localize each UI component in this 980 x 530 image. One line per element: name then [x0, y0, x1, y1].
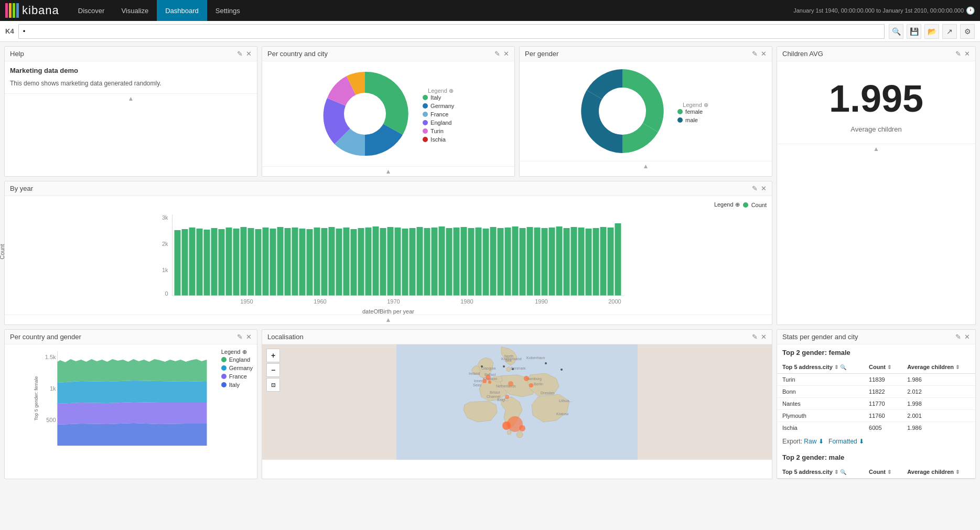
map-bubble-1	[482, 379, 487, 383]
bar-1985	[505, 228, 511, 296]
stats-col-avg[interactable]: Average children ⇕	[902, 361, 975, 374]
pcg-legend-germany: Germany	[221, 365, 253, 371]
bar-1974	[424, 228, 430, 296]
map-bubble-2	[488, 381, 491, 384]
by-year-legend-text: Legend ⊕	[714, 201, 740, 208]
bar-1947	[226, 228, 232, 296]
map-reset[interactable]: ⊡	[266, 378, 280, 392]
stats-edit-icon[interactable]: ✎	[955, 333, 961, 341]
bar-1952	[263, 228, 269, 296]
export-raw-label: Raw	[804, 438, 816, 445]
pcg-close-icon[interactable]: ✕	[246, 333, 252, 341]
children-close-icon[interactable]: ✕	[964, 50, 970, 58]
stats-male-col-avg[interactable]: Average children ⇕	[902, 466, 975, 479]
help-collapse[interactable]: ▲	[5, 93, 257, 103]
children-edit-icon[interactable]: ✎	[955, 50, 961, 58]
gender-donut-container: Legend ⊕ female male	[520, 61, 772, 161]
share-button[interactable]: ↗	[942, 24, 957, 39]
per-country-gender-panel: Per country and gender ✎ ✕ Legend ⊕ Engl…	[4, 329, 257, 479]
per-country-gender-title: Per country and gender	[10, 333, 81, 341]
stats-col-city[interactable]: Top 5 address.city ⇕ 🔍	[777, 361, 864, 374]
male-city-sort-icon: ⇕ 🔍	[834, 469, 846, 475]
help-edit-icon[interactable]: ✎	[237, 50, 243, 58]
area-y-1k: 1k	[50, 385, 56, 392]
bar-1988	[527, 227, 533, 296]
export-raw-link[interactable]: Raw ⬇	[804, 438, 825, 445]
legend-label-england: England	[430, 120, 451, 126]
stats-col-count[interactable]: Count ⇕	[864, 361, 902, 374]
map-label-lithua: Lithua...	[559, 399, 572, 403]
legend-turin: Turin	[423, 128, 459, 134]
time-range: January 1st 1940, 00:00:00.000 to Januar…	[793, 6, 975, 15]
legend-dot-england	[423, 120, 428, 125]
bar-1992	[556, 226, 563, 296]
by-year-header: By year ✎ ✕	[5, 181, 772, 196]
male-col-avg-label: Average children	[907, 469, 954, 475]
x-label-1950: 1950	[240, 298, 253, 305]
map-bubble-3	[505, 395, 509, 399]
pie-edit-icon[interactable]: ✎	[494, 50, 500, 58]
localisation-close-icon[interactable]: ✕	[761, 333, 767, 341]
time-range-text: January 1st 1940, 00:00:00.000 to Januar…	[793, 7, 964, 14]
localisation-edit-icon[interactable]: ✎	[752, 333, 758, 341]
bar-1954	[277, 227, 284, 296]
stats-male-col-city[interactable]: Top 5 address.city ⇕ 🔍	[777, 466, 864, 479]
stats-close-icon[interactable]: ✕	[964, 333, 970, 341]
table-row: Bonn 11822 2.012	[777, 386, 975, 398]
map-bubble-london	[486, 375, 491, 380]
city-ischia: Ischia	[777, 422, 864, 434]
map-dot-1	[545, 362, 547, 364]
children-avg-header: Children AVG ✎ ✕	[777, 47, 975, 61]
by-year-controls: ✎ ✕	[752, 185, 767, 192]
bar-1983	[490, 227, 497, 296]
area-chart-svg: 1.5k 1k 500	[9, 349, 253, 453]
stats-header: Stats per gender and city ✎ ✕	[777, 330, 975, 344]
bar-1941	[182, 229, 188, 296]
map-zoom-out[interactable]: −	[266, 363, 280, 377]
logo-text: kibana	[22, 4, 59, 17]
per-gender-controls: ✎ ✕	[752, 50, 767, 58]
by-year-collapse[interactable]: ▲	[5, 315, 772, 325]
stats-male-col-count[interactable]: Count ⇕	[864, 466, 902, 479]
settings-button[interactable]: ⚙	[960, 24, 975, 39]
per-gender-header: Per gender ✎ ✕	[520, 47, 772, 61]
nav-discover[interactable]: Discover	[70, 0, 113, 21]
bar-1972	[410, 228, 416, 296]
by-year-close-icon[interactable]: ✕	[761, 185, 767, 192]
search-button[interactable]: 🔍	[889, 24, 903, 39]
localisation-controls: ✎ ✕	[752, 333, 767, 341]
map-svg: Glasgow Belfast Kingdom Inner Seas Irela…	[262, 344, 772, 460]
pcg-edit-icon[interactable]: ✎	[237, 333, 243, 341]
map-zoom-in[interactable]: +	[266, 349, 280, 362]
export-formatted-link[interactable]: Formatted ⬇	[828, 438, 864, 445]
map-dot-2	[561, 369, 563, 371]
male-avg-sort-icon: ⇕	[955, 469, 960, 475]
gender-close-icon[interactable]: ✕	[761, 50, 767, 58]
pie-legend-label: Legend ⊕	[428, 88, 454, 94]
pie-close-icon[interactable]: ✕	[503, 50, 509, 58]
bar-1975	[432, 228, 438, 296]
children-collapse[interactable]: ▲	[777, 144, 975, 154]
search-input[interactable]	[18, 24, 885, 39]
nav-settings[interactable]: Settings	[207, 0, 249, 21]
pie-collapse[interactable]: ▲	[262, 166, 514, 176]
bar-1946	[219, 229, 225, 296]
by-year-edit-icon[interactable]: ✎	[752, 185, 758, 192]
legend-germany: Germany	[423, 103, 459, 109]
load-button[interactable]: 📂	[924, 24, 939, 39]
gender-edit-icon[interactable]: ✎	[752, 50, 758, 58]
help-panel-controls: ✎ ✕	[237, 50, 252, 58]
bar-1949	[241, 227, 247, 296]
help-close-icon[interactable]: ✕	[246, 50, 252, 58]
bar-1966	[365, 228, 372, 296]
nav-visualize[interactable]: Visualize	[113, 0, 157, 21]
save-button[interactable]: 💾	[907, 24, 921, 39]
area-chart-container: Legend ⊕ England Germany	[5, 344, 257, 458]
search-icons: 🔍 💾 📂 ↗ ⚙	[889, 24, 975, 39]
count-turin: 11839	[864, 374, 902, 386]
legend-label-italy: Italy	[430, 94, 441, 101]
nav-dashboard[interactable]: Dashboard	[157, 0, 207, 21]
map-label-dresden: Dresden	[541, 391, 555, 395]
gender-collapse[interactable]: ▲	[520, 161, 772, 171]
logo-bar-4	[16, 3, 19, 18]
